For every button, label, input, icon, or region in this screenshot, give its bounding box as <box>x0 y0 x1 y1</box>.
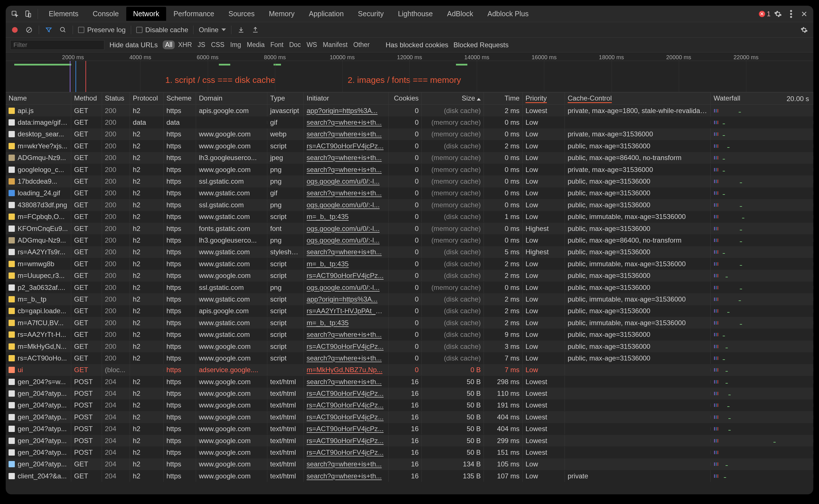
blocked-requests-checkbox[interactable]: Blocked Requests <box>453 41 508 49</box>
request-row[interactable]: gen_204?atyp...POST204h2httpswww.google.… <box>6 446 813 458</box>
request-initiator[interactable]: rs=ACT90oHorFV4jcPz... <box>304 388 389 399</box>
request-initiator[interactable]: ogs.google.com/u/0/:-l... <box>304 223 389 234</box>
record-button[interactable] <box>10 25 19 34</box>
request-row[interactable]: desktop_sear...GET200h2httpswww.google.c… <box>6 128 813 140</box>
hide-data-urls-checkbox[interactable]: Hide data URLs <box>109 41 157 49</box>
request-row[interactable]: m=FCpbqb,O...GET200h2httpswww.gstatic.co… <box>6 211 813 223</box>
request-initiator[interactable]: ogs.google.com/u/0/:-l... <box>304 235 389 246</box>
request-row[interactable]: rs=ACT90oHo...GET200h2httpswww.google.co… <box>6 352 813 364</box>
request-initiator[interactable]: search?q=where+is+th... <box>304 164 389 175</box>
col-domain[interactable]: Domain <box>196 93 267 105</box>
col-name[interactable]: Name <box>6 93 71 105</box>
request-initiator[interactable]: m=MkHyGd,NBZ7u,Np... <box>304 364 389 376</box>
col-cookies[interactable]: Cookies <box>389 93 422 105</box>
filter-chip-ws[interactable]: WS <box>304 40 320 49</box>
tab-adblock[interactable]: AdBlock <box>440 7 480 21</box>
request-initiator[interactable]: rs=ACT90oHorFV4jcPz... <box>304 411 389 423</box>
col-scheme[interactable]: Scheme <box>163 93 196 105</box>
request-row[interactable]: KFOmCnqEu9...GET200h2httpsfonts.gstatic.… <box>6 223 813 234</box>
request-initiator[interactable]: ogs.google.com/u/0/:-l... <box>304 282 389 293</box>
request-row[interactable]: 438087d3df.pngGET200h2httpsssl.gstatic.c… <box>6 199 813 211</box>
request-initiator[interactable]: search?q=where+is+th... <box>304 152 389 163</box>
panel-settings-gear-icon[interactable] <box>800 25 809 34</box>
request-row[interactable]: rs=AA2YrTt-H...GET200h2httpswww.gstatic.… <box>6 329 813 340</box>
request-initiator[interactable]: rs=AA2YrTt-HVJpPAt_K... <box>304 305 389 317</box>
request-row[interactable]: rs=AA2YrTs9r...GET200h2httpswww.gstatic.… <box>6 246 813 258</box>
request-initiator[interactable]: m=_b,_tp:435 <box>304 211 389 222</box>
filter-chip-font[interactable]: Font <box>268 40 286 49</box>
request-initiator[interactable]: m=_b,_tp:435 <box>304 258 389 270</box>
request-initiator[interactable]: rs=ACT90oHorFV4jcPz... <box>304 399 389 411</box>
col-protocol[interactable]: Protocol <box>130 93 163 105</box>
tab-elements[interactable]: Elements <box>42 7 85 21</box>
error-badge[interactable]: ✕ 1 <box>759 10 771 18</box>
tab-sources[interactable]: Sources <box>222 7 262 21</box>
tab-lighthouse[interactable]: Lighthouse <box>391 7 439 21</box>
request-row[interactable]: api.jsGET200h2httpsapis.google.comjavasc… <box>6 105 813 116</box>
request-initiator[interactable]: rs=ACT90oHorFV4jcPz... <box>304 341 389 352</box>
request-initiator[interactable]: ogs.google.com/u/0/:-l... <box>304 176 389 187</box>
request-row[interactable]: 17bdcdea9...GET200h2httpsssl.gstatic.com… <box>6 175 813 187</box>
col-status[interactable]: Status <box>102 93 130 105</box>
filter-chip-doc[interactable]: Doc <box>287 40 303 49</box>
filter-chip-all[interactable]: All <box>163 40 175 49</box>
request-row[interactable]: googlelogo_c...GET200h2httpswww.google.c… <box>6 164 813 175</box>
filter-chip-js[interactable]: JS <box>195 40 208 49</box>
tab-console[interactable]: Console <box>86 7 126 21</box>
clear-icon[interactable] <box>24 25 34 34</box>
tab-performance[interactable]: Performance <box>167 7 221 21</box>
request-row[interactable]: loading_24.gifGET200h2httpswww.gstatic.c… <box>6 187 813 199</box>
request-initiator[interactable]: app?origin=https%3A... <box>304 105 389 116</box>
col-initiator[interactable]: Initiator <box>304 93 389 105</box>
tab-network[interactable]: Network <box>126 7 166 21</box>
throttling-select[interactable]: Online <box>198 26 226 34</box>
request-initiator[interactable]: ogs.google.com/u/0/:-l... <box>304 199 389 211</box>
request-row[interactable]: ADGmqu-Nz9...GET200h2httpslh3.googleuser… <box>6 234 813 246</box>
request-initiator[interactable]: search?q=where+is+th... <box>304 329 389 340</box>
import-har-icon[interactable] <box>237 25 246 34</box>
request-initiator[interactable]: search?q=where+is+th... <box>304 376 389 388</box>
request-initiator[interactable]: app?origin=https%3A... <box>304 294 389 305</box>
request-initiator[interactable]: rs=ACT90oHorFV4jcPz... <box>304 435 389 446</box>
col-time[interactable]: Time <box>484 93 523 105</box>
request-row[interactable]: m=A7fCU,BV...GET200h2httpswww.gstatic.co… <box>6 317 813 329</box>
request-row[interactable]: m=MkHyGd,N...GET200h2httpswww.google.com… <box>6 341 813 352</box>
search-icon[interactable] <box>58 25 67 34</box>
request-row[interactable]: data:image/gif;...GET200datadatagifsearc… <box>6 116 813 128</box>
overview-timeline[interactable]: 2000 ms4000 ms6000 ms8000 ms10000 ms1200… <box>6 52 813 92</box>
request-row[interactable]: ADGmqu-Nz9...GET200h2httpslh3.googleuser… <box>6 152 813 164</box>
tab-application[interactable]: Application <box>302 7 351 21</box>
has-blocked-cookies-checkbox[interactable]: Has blocked cookies <box>386 41 448 49</box>
request-initiator[interactable]: search?q=where+is+th... <box>304 187 389 199</box>
request-row[interactable]: m=wkrYee?xjs...GET200h2httpswww.google.c… <box>6 140 813 152</box>
request-initiator[interactable]: rs=ACT90oHorFV4jcPz... <box>304 270 389 281</box>
request-initiator[interactable]: rs=ACT90oHorFV4jcPz... <box>304 140 389 152</box>
request-row[interactable]: gen_204?atyp...POST204h2httpswww.google.… <box>6 411 813 423</box>
tab-adblock-plus[interactable]: Adblock Plus <box>480 7 535 21</box>
request-initiator[interactable]: search?q=where+is+th... <box>304 458 389 470</box>
disable-cache-checkbox[interactable]: Disable cache <box>136 26 188 34</box>
close-icon[interactable] <box>798 8 810 20</box>
request-row[interactable]: m=Uuupec,r3...GET200h2httpswww.google.co… <box>6 270 813 281</box>
preserve-log-checkbox[interactable]: Preserve log <box>78 26 126 34</box>
request-row[interactable]: m=wmwg8bGET200h2httpswww.gstatic.comscri… <box>6 258 813 270</box>
request-row[interactable]: client_204?&a...GET204h2httpswww.google.… <box>6 470 813 482</box>
filter-chip-other[interactable]: Other <box>351 40 372 49</box>
request-row[interactable]: p2_3a0632af....GET200h2httpsssl.gstatic.… <box>6 282 813 293</box>
filter-chip-media[interactable]: Media <box>245 40 267 49</box>
inspect-element-icon[interactable] <box>9 8 21 20</box>
col-size[interactable]: Size <box>422 93 484 105</box>
filter-chip-xhr[interactable]: XHR <box>176 40 194 49</box>
request-row[interactable]: gen_204?atyp...GET204h2httpswww.google.c… <box>6 458 813 470</box>
filter-chip-img[interactable]: Img <box>228 40 243 49</box>
request-row[interactable]: gen_204?atyp...POST204h2httpswww.google.… <box>6 399 813 411</box>
request-initiator[interactable]: search?q=where+is+th... <box>304 353 389 364</box>
request-initiator[interactable]: search?q=where+is+th... <box>304 117 389 128</box>
request-initiator[interactable]: rs=ACT90oHorFV4jcPz... <box>304 423 389 435</box>
export-har-icon[interactable] <box>251 25 260 34</box>
request-row[interactable]: gen_204?s=w...POST204h2httpswww.google.c… <box>6 376 813 388</box>
request-row[interactable]: uiGET(bloc...httpsadservice.google....m=… <box>6 364 813 376</box>
kebab-menu-icon[interactable] <box>785 8 797 20</box>
col-method[interactable]: Method <box>71 93 102 105</box>
col-cache[interactable]: Cache-Control <box>565 93 711 105</box>
